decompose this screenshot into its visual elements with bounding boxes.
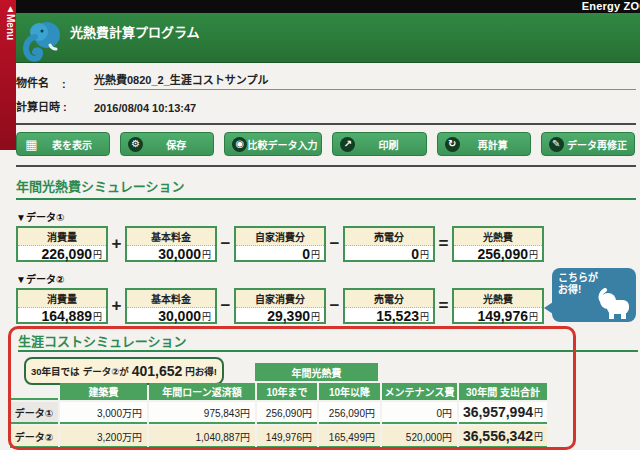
total-30yr-cost: 36,556,342円 [459,426,547,448]
brand-text: Energy ZOO [582,0,640,13]
annual-section-title: 年間光熱費シミュレーション [16,176,638,195]
callout-line1: こちらが [558,272,598,284]
data1-row-label: ▼データ① [16,209,638,224]
operator-minus: − [326,288,343,324]
top-bar: Energy ZOO [0,0,640,13]
loan-repayment: 1,040,887円 [149,426,255,448]
after10-cost: 256,090円 [319,402,380,424]
property-value: 光熱費0820_2_生涯コストサンプル [94,71,636,90]
button-label: 印刷 [355,137,421,152]
row-label: データ② [10,426,58,448]
calc-datetime-row: 計算日時 : 2016/08/04 10:13:47 [16,98,638,114]
box-header: 自家消費分 [236,228,324,246]
header-after10: 10年以降 [319,383,380,400]
annual-utility-group-header: 年間光熱費 [255,363,378,381]
savings-amount: 401,652 [132,363,183,379]
loan-repayment: 975,843円 [149,402,255,424]
property-label: 物件名 [16,74,62,90]
box-value: 0 [411,246,419,262]
total-unit: 円 [534,430,543,443]
recalculate-button[interactable]: ↻ 再計算 [437,132,531,156]
after10-cost: 165,499円 [319,426,380,448]
button-label: 比較データ入力 [247,137,317,152]
button-label: データ再修正 [564,137,630,152]
box-header: 売電分 [345,290,433,308]
box-unit: 円 [311,310,320,323]
pencil-icon: ✎ [549,137,564,152]
elephant-icon [595,288,633,320]
table-row-data1: データ① 3,000万円 975,843円 256,090円 256,090円 … [10,402,547,424]
lifetime-cost-section: 生涯コストシミュレーション 30年目では データ②が 401,652 円お得! … [0,326,640,450]
data-reedit-button[interactable]: ✎ データ再修正 [541,132,635,156]
main-content: 物件名 : 光熱費0820_2_生涯コストサンプル 計算日時 : 2016/08… [16,62,638,324]
box-value: 226,090 [41,246,92,262]
lifetime-section-title: 生涯コストシミュレーション [18,331,186,350]
box-header: 基本料金 [127,228,215,246]
callout-line2: お得! [558,284,598,296]
data1-calc-row: 消費量 226,090円 + 基本料金 30,000円 − 自家消費分 0円 −… [16,226,638,262]
savings-suffix: 円お得! [185,364,217,378]
divider-toolbar [16,165,636,167]
operator-minus: − [217,226,234,262]
box-unit: 円 [529,248,538,261]
consumption-box: 消費量 226,090円 [16,226,108,262]
property-row: 物件名 : 光熱費0820_2_生涯コストサンプル [16,71,638,90]
app-header: 光熱費計算プログラム [16,13,640,63]
sold-power-box: 売電分 0円 [343,226,435,262]
print-button[interactable]: ↗ 印刷 [332,132,426,156]
compare-data-input-button[interactable]: ◉ 比較データ入力 [224,132,322,156]
utility-cost-box: 光熱費 149,976円 [452,288,544,324]
operator-minus: − [326,226,343,262]
operator-plus: + [108,226,125,262]
header-maintenance: メンテナンス費 [382,383,457,400]
toolbar: ▦ 表を表示 ⚙ 保存 ◉ 比較データ入力 ↗ 印刷 ↻ 再計算 ✎ データ再修… [16,132,635,156]
box-header: 光熱費 [454,290,542,308]
box-value: 256,090 [477,246,528,262]
show-table-button[interactable]: ▦ 表を表示 [16,132,110,156]
button-label: 再計算 [460,137,526,152]
total-unit: 円 [534,406,543,419]
elephant-icon [20,16,66,62]
gear-icon: ⚙ [128,137,143,152]
menu-toggle[interactable]: ▲Menu [0,0,16,150]
divider-top [16,123,636,125]
total-value: 36,957,994 [463,404,533,420]
box-value: 149,976 [477,308,528,324]
page-title: 光熱費計算プログラム [70,22,200,41]
calc-datetime-label: 計算日時 : [16,98,94,114]
header-loan: 年間ローン返済額 [149,383,255,400]
savings-prefix: 30年目では [31,364,80,378]
box-header: 消費量 [18,290,106,308]
grid-icon: ▦ [24,137,39,152]
save-button[interactable]: ⚙ 保存 [120,132,214,156]
base-fee-box: 基本料金 30,000円 [125,226,217,262]
box-unit: 円 [93,248,102,261]
self-consumption-box: 自家消費分 0円 [234,226,326,262]
table-header-row: 建築費 年間ローン返済額 10年まで 10年以降 メンテナンス費 30年間 支出… [10,383,547,400]
box-header: 売電分 [345,228,433,246]
lifetime-cost-table: 建築費 年間ローン返済額 10年まで 10年以降 メンテナンス費 30年間 支出… [10,383,547,448]
operator-equals: = [435,288,452,324]
calc-datetime-value: 2016/08/04 10:13:47 [94,102,638,114]
self-consumption-box: 自家消費分 29,390円 [234,288,326,324]
box-unit: 円 [202,310,211,323]
maintenance-cost: 0円 [382,402,457,424]
box-value: 0 [302,246,310,262]
box-value: 15,523 [376,308,419,324]
base-fee-box: 基本料金 30,000円 [125,288,217,324]
sold-power-box: 売電分 15,523円 [343,288,435,324]
box-header: 光熱費 [454,228,542,246]
total-value: 36,556,342 [463,428,533,444]
operator-minus: − [217,288,234,324]
box-unit: 円 [420,310,429,323]
export-icon: ↗ [340,137,355,152]
until10-cost: 256,090円 [257,402,317,424]
operator-equals: = [435,226,452,262]
construction-cost: 3,000万円 [60,402,147,424]
box-unit: 円 [420,248,429,261]
construction-cost: 3,200万円 [60,426,147,448]
header-total: 30年間 支出合計 [459,383,547,400]
table-row-data2: データ② 3,200万円 1,040,887円 149,976円 165,499… [10,426,547,448]
box-header: 基本料金 [127,290,215,308]
savings-subject: データ②が [83,364,129,378]
